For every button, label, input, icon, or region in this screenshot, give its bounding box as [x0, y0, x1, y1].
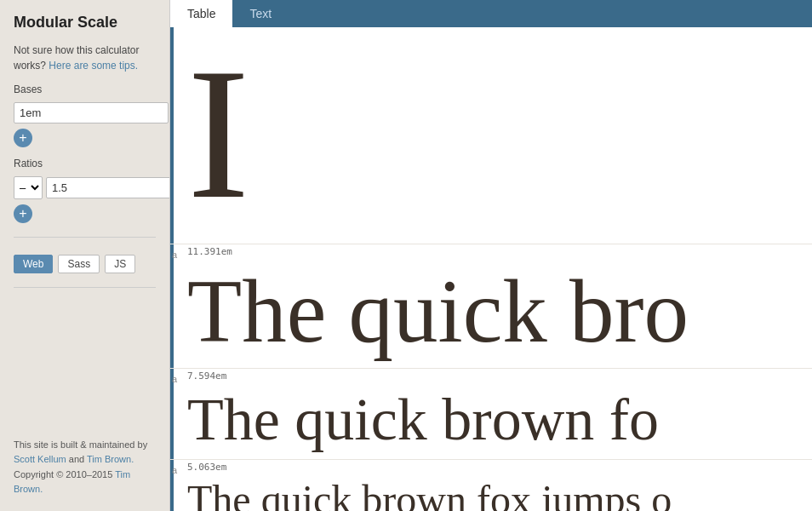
item-letter: a	[172, 465, 177, 475]
sidebar-footer: This site is built & maintained by Scott…	[14, 438, 156, 497]
divider-2	[14, 287, 156, 288]
add-ratio-button[interactable]: +	[14, 204, 32, 223]
ratios-section: Ratios – ÷a +	[14, 158, 156, 223]
list-item: I	[170, 27, 812, 244]
item-preview: The quick bro	[180, 259, 812, 368]
tab-text[interactable]: Text	[232, 0, 289, 27]
item-size: 11.391em	[180, 244, 812, 259]
item-preview: I	[180, 27, 812, 244]
item-size: 7.594em	[180, 369, 812, 383]
tabs-bar: Table Text	[170, 0, 812, 27]
bases-section: Bases a +	[14, 83, 156, 147]
bases-input-row: a	[14, 102, 156, 123]
item-letter: a	[172, 374, 177, 384]
item-preview: The quick brown fox jumps o	[180, 474, 812, 512]
tab-js[interactable]: JS	[105, 255, 135, 273]
bases-input[interactable]	[14, 102, 169, 123]
sidebar: Modular Scale Not sure how this calculat…	[0, 0, 170, 511]
app-title: Modular Scale	[14, 14, 156, 32]
ratio-input[interactable]	[46, 177, 170, 198]
scott-kellum-link[interactable]: Scott Kellum	[14, 454, 66, 464]
accent-bar	[170, 27, 174, 244]
tim-brown-link-1[interactable]: Tim Brown.	[87, 454, 134, 464]
bases-label: Bases	[14, 83, 156, 95]
item-size: 5.063em	[180, 460, 812, 474]
item-preview: The quick brown fo	[180, 383, 812, 459]
tips-link[interactable]: Here are some tips.	[49, 60, 138, 72]
tab-sass[interactable]: Sass	[58, 255, 100, 273]
list-item: a11.391emThe quick bro	[170, 244, 812, 369]
add-base-button[interactable]: +	[14, 129, 32, 147]
divider	[14, 237, 156, 238]
ratio-input-row: – ÷a	[14, 176, 156, 199]
scale-area: Ia11.391emThe quick broa7.594emThe quick…	[170, 27, 812, 511]
item-letter: a	[172, 250, 177, 260]
accent-bar	[170, 244, 174, 368]
ratio-dropdown[interactable]: –	[14, 176, 43, 199]
list-item: a7.594emThe quick brown fo	[170, 369, 812, 460]
ratios-label: Ratios	[14, 158, 156, 169]
tip-text: Not sure how this calculator works? Here…	[14, 43, 156, 73]
tab-web[interactable]: Web	[14, 255, 53, 273]
list-item: a5.063emThe quick brown fox jumps o	[170, 460, 812, 512]
tab-table[interactable]: Table	[170, 0, 232, 27]
code-tabs: Web Sass JS	[14, 255, 156, 273]
main-content: Table Text Ia11.391emThe quick broa7.594…	[170, 0, 812, 511]
